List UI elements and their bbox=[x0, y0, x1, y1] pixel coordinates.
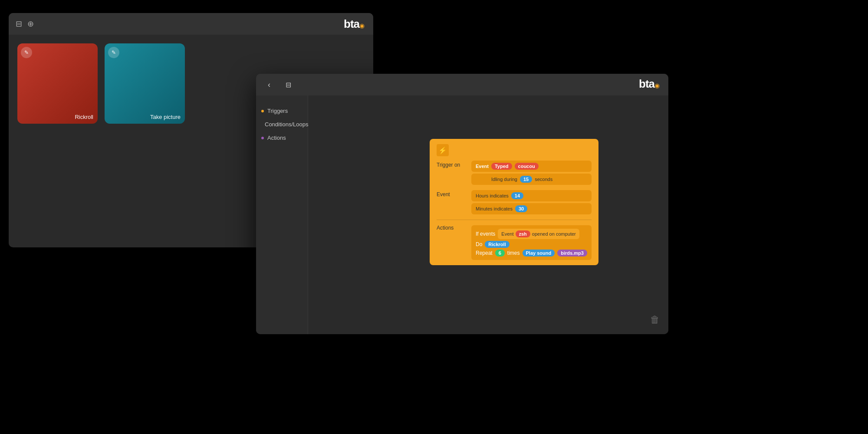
canvas-area: ⚡ Trigger on Event Typed coucou bbox=[308, 95, 668, 334]
trigger-events: Event Typed coucou Event Idling during 1… bbox=[471, 161, 592, 187]
front-titlebar: ‹ ⊟ bta◉ bbox=[256, 74, 668, 95]
flash-icon: ⚡ bbox=[437, 144, 449, 156]
sound-file-pill: birds.mp3 bbox=[557, 250, 587, 256]
do-row: Do Rickroll bbox=[476, 241, 587, 248]
actions-section: Actions If events Event zsh bbox=[437, 224, 592, 260]
sidebar-item-conditions[interactable]: Conditions/Loops bbox=[256, 118, 308, 131]
triggers-label: Triggers bbox=[267, 108, 288, 114]
hours-value-pill: 14 bbox=[511, 192, 523, 199]
actions-block: If events Event zsh opened on computer bbox=[471, 225, 592, 260]
event-typed-row: Event Typed coucou bbox=[471, 161, 592, 172]
save-icon[interactable]: ⊟ bbox=[16, 19, 22, 29]
rickroll-edit-button[interactable]: ✎ bbox=[21, 47, 32, 58]
time-section: Event Hours indicates 14 Minutes indicat… bbox=[437, 190, 592, 216]
opened-label: opened on computer bbox=[532, 231, 576, 237]
takepicture-label: Take picture bbox=[150, 114, 181, 120]
conditions-label: Conditions/Loops bbox=[265, 121, 308, 128]
back-button[interactable]: ‹ bbox=[263, 79, 275, 91]
rickroll-label: Rickroll bbox=[75, 114, 93, 120]
event-idling-row: Event Idling during 15 seconds bbox=[471, 174, 592, 185]
pencil-icon: ✎ bbox=[24, 49, 29, 56]
trigger-section: Trigger on Event Typed coucou Event bbox=[437, 161, 592, 187]
main-block: ⚡ Trigger on Event Typed coucou bbox=[430, 139, 598, 265]
event-minutes-row: Minutes indicates 30 bbox=[471, 203, 592, 214]
trigger-on-label: Trigger on bbox=[437, 161, 467, 187]
takepicture-card[interactable]: ✎ Take picture bbox=[105, 43, 185, 124]
actions-section-label: Actions bbox=[437, 224, 467, 260]
actions-dot bbox=[261, 137, 264, 139]
triggers-dot bbox=[261, 110, 264, 112]
block-header: ⚡ bbox=[437, 144, 592, 156]
front-bta-logo: bta◉ bbox=[639, 77, 660, 91]
front-window: ‹ ⊟ bta◉ Triggers Conditions/Loops Actio… bbox=[256, 74, 668, 334]
back-bta-logo: bta◉ bbox=[344, 17, 365, 31]
typed-pill: Typed bbox=[491, 163, 512, 170]
do-label: Do bbox=[476, 241, 482, 247]
coucou-pill: coucou bbox=[515, 163, 539, 170]
rickroll-action-pill: Rickroll bbox=[485, 241, 509, 248]
sidebar-item-actions[interactable]: Actions bbox=[256, 131, 308, 145]
idling-label: Idling during bbox=[491, 177, 517, 182]
event-label-space: Event bbox=[437, 190, 467, 216]
time-events: Hours indicates 14 Minutes indicates 30 bbox=[471, 190, 592, 216]
event-inner-row: Event zsh opened on computer bbox=[498, 229, 579, 239]
sidebar-item-triggers[interactable]: Triggers bbox=[256, 104, 308, 118]
hours-label: Hours indicates bbox=[476, 193, 509, 198]
sidebar: Triggers Conditions/Loops Actions bbox=[256, 95, 308, 334]
save-button[interactable]: ⊟ bbox=[282, 79, 294, 91]
add-icon[interactable]: ⊕ bbox=[27, 19, 34, 29]
divider bbox=[437, 220, 592, 220]
minutes-value-pill: 30 bbox=[515, 205, 527, 212]
zsh-pill: zsh bbox=[516, 230, 530, 237]
rickroll-card[interactable]: ✎ Rickroll bbox=[17, 43, 98, 124]
times-count-pill: 6 bbox=[495, 250, 505, 256]
pencil-icon-2: ✎ bbox=[112, 49, 116, 56]
blocks-container: ⚡ Trigger on Event Typed coucou bbox=[430, 139, 598, 265]
event-inner-label: Event bbox=[501, 231, 513, 237]
times-label: times bbox=[507, 250, 520, 256]
repeat-row: Repeat 6 times Play sound birds.mp3 bbox=[476, 250, 587, 256]
if-events-row: If events Event zsh opened on computer bbox=[476, 229, 587, 239]
if-events-label: If events bbox=[476, 231, 495, 237]
event-hours-row: Hours indicates 14 bbox=[471, 190, 592, 201]
front-body: Triggers Conditions/Loops Actions ⚡ bbox=[256, 95, 668, 334]
idling-seconds-pill: 15 bbox=[520, 176, 532, 183]
minutes-label: Minutes indicates bbox=[476, 206, 513, 211]
play-sound-pill: Play sound bbox=[523, 250, 555, 256]
actions-content: If events Event zsh opened on computer bbox=[471, 224, 592, 260]
takepicture-edit-button[interactable]: ✎ bbox=[108, 47, 119, 58]
repeat-label: Repeat bbox=[476, 250, 493, 256]
trash-icon[interactable]: 🗑 bbox=[650, 314, 660, 326]
seconds-label: seconds bbox=[535, 177, 552, 182]
actions-label-sidebar: Actions bbox=[267, 135, 286, 141]
back-titlebar: ⊟ ⊕ bta◉ bbox=[9, 13, 373, 35]
